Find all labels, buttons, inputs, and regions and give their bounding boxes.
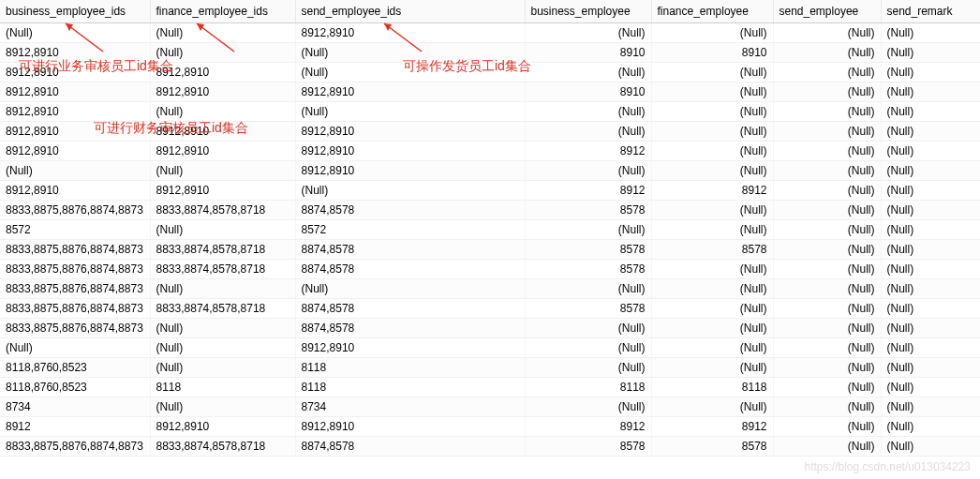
table-cell[interactable]: 8912,8910: [295, 416, 525, 436]
table-cell[interactable]: (Null): [150, 22, 295, 42]
table-cell[interactable]: (Null): [773, 259, 881, 278]
table-cell[interactable]: (Null): [651, 298, 773, 318]
table-cell[interactable]: (Null): [881, 101, 980, 121]
table-cell[interactable]: (Null): [773, 141, 881, 160]
table-cell[interactable]: 8912,8910: [0, 82, 150, 101]
table-cell[interactable]: 8912,8910: [295, 82, 525, 101]
table-cell[interactable]: 8734: [295, 397, 525, 416]
table-cell[interactable]: 8912,8910: [0, 141, 150, 160]
table-row[interactable]: (Null)(Null)8912,8910(Null)(Null)(Null)(…: [0, 160, 980, 180]
table-row[interactable]: 8734(Null)8734(Null)(Null)(Null)(Null): [0, 397, 980, 416]
table-cell[interactable]: (Null): [773, 436, 881, 456]
table-cell[interactable]: (Null): [881, 180, 980, 200]
col-header-business-employee-ids[interactable]: business_employee_ids: [0, 0, 150, 22]
table-cell[interactable]: 8912,8910: [295, 160, 525, 180]
table-cell[interactable]: (Null): [773, 239, 881, 259]
table-cell[interactable]: (Null): [881, 22, 980, 42]
table-cell[interactable]: 8118: [651, 377, 773, 397]
table-cell[interactable]: (Null): [881, 357, 980, 377]
table-row[interactable]: 8572(Null)8572(Null)(Null)(Null)(Null): [0, 219, 980, 239]
table-cell[interactable]: (Null): [651, 22, 773, 42]
table-row[interactable]: 8912,89108912,8910(Null)89128912(Null)(N…: [0, 180, 980, 200]
table-cell[interactable]: (Null): [295, 101, 525, 121]
table-cell[interactable]: 8833,8874,8578,8718: [150, 239, 295, 259]
table-cell[interactable]: 8118: [295, 357, 525, 377]
table-cell[interactable]: 8118: [295, 377, 525, 397]
table-cell[interactable]: (Null): [150, 357, 295, 377]
table-cell[interactable]: (Null): [881, 219, 980, 239]
table-cell[interactable]: 8912,8910: [295, 121, 525, 141]
table-row[interactable]: 8833,8875,8876,8874,88738833,8874,8578,8…: [0, 436, 980, 456]
table-cell[interactable]: (Null): [881, 318, 980, 337]
table-cell[interactable]: 8578: [525, 436, 651, 456]
table-cell[interactable]: (Null): [881, 337, 980, 357]
table-cell[interactable]: (Null): [525, 121, 651, 141]
table-row[interactable]: 8833,8875,8876,8874,8873(Null)(Null)(Nul…: [0, 278, 980, 298]
table-cell[interactable]: 8912,8910: [150, 141, 295, 160]
table-cell[interactable]: (Null): [773, 160, 881, 180]
table-cell[interactable]: (Null): [525, 278, 651, 298]
table-cell[interactable]: (Null): [881, 160, 980, 180]
table-cell[interactable]: 8833,8874,8578,8718: [150, 259, 295, 278]
table-cell[interactable]: 8910: [651, 42, 773, 62]
table-cell[interactable]: (Null): [881, 62, 980, 82]
table-row[interactable]: 8118,8760,8523(Null)8118(Null)(Null)(Nul…: [0, 357, 980, 377]
table-cell[interactable]: 8912,8910: [0, 121, 150, 141]
table-cell[interactable]: (Null): [651, 62, 773, 82]
table-row[interactable]: 8912,89108912,89108912,89108912(Null)(Nu…: [0, 141, 980, 160]
table-cell[interactable]: 8572: [295, 219, 525, 239]
table-cell[interactable]: (Null): [773, 298, 881, 318]
table-cell[interactable]: (Null): [150, 219, 295, 239]
table-cell[interactable]: (Null): [651, 160, 773, 180]
table-cell[interactable]: 8118,8760,8523: [0, 377, 150, 397]
table-cell[interactable]: 8874,8578: [295, 318, 525, 337]
table-cell[interactable]: 8833,8874,8578,8718: [150, 436, 295, 456]
table-cell[interactable]: 8912: [525, 180, 651, 200]
table-cell[interactable]: (Null): [773, 416, 881, 436]
table-cell[interactable]: 8874,8578: [295, 298, 525, 318]
table-cell[interactable]: (Null): [773, 42, 881, 62]
table-cell[interactable]: (Null): [773, 219, 881, 239]
table-cell[interactable]: (Null): [881, 259, 980, 278]
table-row[interactable]: 8833,8875,8876,8874,88738833,8874,8578,8…: [0, 239, 980, 259]
table-cell[interactable]: 8833,8874,8578,8718: [150, 298, 295, 318]
table-cell[interactable]: (Null): [525, 337, 651, 357]
table-cell[interactable]: (Null): [150, 318, 295, 337]
table-cell[interactable]: (Null): [773, 278, 881, 298]
table-cell[interactable]: (Null): [651, 141, 773, 160]
table-cell[interactable]: 8578: [525, 200, 651, 219]
table-cell[interactable]: (Null): [150, 278, 295, 298]
table-cell[interactable]: 8912: [525, 141, 651, 160]
table-cell[interactable]: (Null): [150, 160, 295, 180]
table-row[interactable]: 8912,89108912,89108912,89108910(Null)(Nu…: [0, 82, 980, 101]
table-row[interactable]: 8833,8875,8876,8874,88738833,8874,8578,8…: [0, 200, 980, 219]
table-row[interactable]: 8833,8875,8876,8874,88738833,8874,8578,8…: [0, 298, 980, 318]
table-cell[interactable]: 8910: [525, 42, 651, 62]
table-cell[interactable]: 8912: [525, 416, 651, 436]
table-cell[interactable]: (Null): [651, 278, 773, 298]
table-cell[interactable]: (Null): [773, 357, 881, 377]
table-cell[interactable]: 8833,8875,8876,8874,8873: [0, 318, 150, 337]
table-cell[interactable]: (Null): [150, 337, 295, 357]
table-cell[interactable]: (Null): [525, 219, 651, 239]
table-cell[interactable]: (Null): [525, 318, 651, 337]
table-cell[interactable]: (Null): [881, 436, 980, 456]
table-cell[interactable]: (Null): [881, 141, 980, 160]
table-cell[interactable]: (Null): [0, 22, 150, 42]
table-cell[interactable]: 8912: [0, 416, 150, 436]
table-cell[interactable]: 8912,8910: [150, 121, 295, 141]
table-row[interactable]: 8118,8760,85238118811881188118(Null)(Nul…: [0, 377, 980, 397]
table-cell[interactable]: (Null): [0, 160, 150, 180]
table-cell[interactable]: 8833,8875,8876,8874,8873: [0, 200, 150, 219]
col-header-finance-employee-ids[interactable]: finance_employee_ids: [150, 0, 295, 22]
table-row[interactable]: (Null)(Null)8912,8910(Null)(Null)(Null)(…: [0, 22, 980, 42]
table-cell[interactable]: (Null): [881, 397, 980, 416]
table-cell[interactable]: 8578: [525, 239, 651, 259]
table-cell[interactable]: 8912,8910: [295, 141, 525, 160]
table-cell[interactable]: 8833,8874,8578,8718: [150, 200, 295, 219]
table-cell[interactable]: (Null): [0, 337, 150, 357]
table-cell[interactable]: 8912,8910: [295, 337, 525, 357]
table-cell[interactable]: 8572: [0, 219, 150, 239]
table-row[interactable]: 89128912,89108912,891089128912(Null)(Nul…: [0, 416, 980, 436]
data-table[interactable]: business_employee_ids finance_employee_i…: [0, 0, 980, 457]
